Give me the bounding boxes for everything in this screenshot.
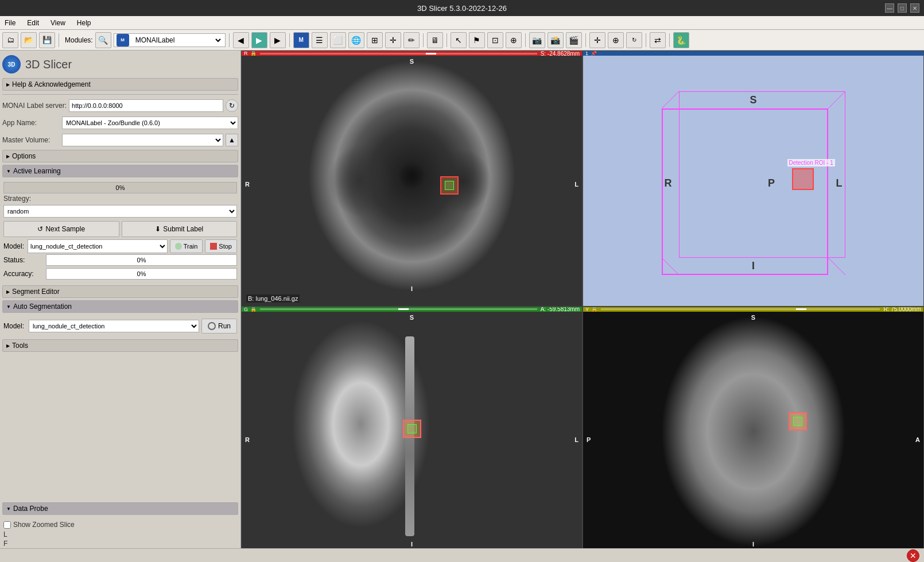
activeLearning-section-header[interactable]: ▼ Active Learning bbox=[2, 165, 238, 177]
dataprobe-section-header[interactable]: ▼ Data Probe bbox=[2, 502, 238, 515]
strategy-label: Strategy: bbox=[3, 195, 61, 203]
menu-help[interactable]: Help bbox=[75, 18, 94, 28]
cross-button[interactable]: ✛ bbox=[385, 32, 401, 48]
monai-icon: M bbox=[117, 34, 129, 46]
coronal-orient-R: R bbox=[245, 436, 250, 443]
viewport-3d[interactable]: 1 📌 S bbox=[583, 51, 924, 307]
viewport-area: R 🔒 S: -24.8628mm S I R L bbox=[241, 51, 924, 562]
transform-button[interactable]: ⊕ bbox=[608, 32, 624, 48]
screenshot2-button[interactable]: 📸 bbox=[548, 32, 564, 48]
rotate-button[interactable]: ↻ bbox=[626, 32, 642, 48]
cube-button[interactable]: ⬜ bbox=[330, 32, 346, 48]
tools-section-header[interactable]: ▶ Tools bbox=[2, 339, 238, 352]
menu-file[interactable]: File bbox=[2, 18, 18, 28]
python-button[interactable]: 🐍 bbox=[673, 32, 689, 48]
save-button[interactable]: 💾 bbox=[39, 32, 55, 48]
strategy-select[interactable]: random bbox=[3, 205, 237, 218]
refresh-button[interactable]: ↻ bbox=[226, 99, 238, 112]
sagittal-roi-marker bbox=[789, 412, 807, 431]
sagittal-orient-P: P bbox=[587, 436, 591, 443]
snap-button[interactable]: ⊕ bbox=[506, 32, 522, 48]
restore-button[interactable]: □ bbox=[898, 3, 907, 13]
cursor-button[interactable]: ↖ bbox=[451, 32, 467, 48]
monitor-button[interactable]: 🖥 bbox=[427, 32, 443, 48]
minimize-button[interactable]: — bbox=[885, 3, 894, 13]
axial-orient-I: I bbox=[411, 285, 413, 292]
viewport-coronal[interactable]: G 🔒 A: -59.5813mm S I R L bbox=[241, 307, 583, 563]
pen-button[interactable]: ✏ bbox=[403, 32, 420, 48]
submit-label-button[interactable]: ⬇ Submit Label bbox=[122, 221, 238, 237]
dcm2-button[interactable]: 📂 bbox=[21, 32, 37, 48]
sample-buttons-row: ↺ Next Sample ⬇ Submit Label bbox=[3, 221, 237, 237]
mastervolume-select[interactable] bbox=[62, 134, 223, 146]
activeLearning-triangle: ▼ bbox=[6, 169, 11, 174]
upload-button[interactable]: ▲ bbox=[226, 134, 238, 146]
list-button[interactable]: ☰ bbox=[312, 32, 328, 48]
sagittal-roi-inner bbox=[793, 417, 802, 426]
help-label: Help & Acknowledgement bbox=[12, 80, 91, 88]
accuracy-row: Accuracy: 0% bbox=[3, 267, 237, 281]
screenshot-button[interactable]: 📷 bbox=[529, 32, 545, 48]
appname-row: App Name: MONAILabel - Zoo/Bundle (0.6.0… bbox=[2, 115, 238, 130]
move-button[interactable]: ✛ bbox=[589, 32, 605, 48]
close-button[interactable]: ✕ bbox=[910, 3, 919, 13]
segmenteditor-section-header[interactable]: ▶ Segment Editor bbox=[2, 285, 238, 298]
video-button[interactable]: 🎬 bbox=[566, 32, 582, 48]
run-button[interactable]: Run bbox=[201, 319, 237, 334]
dcm-button[interactable]: 🗂 bbox=[2, 32, 18, 48]
train-button[interactable]: Train bbox=[170, 239, 203, 253]
options-label: Options bbox=[12, 152, 36, 160]
help-section-header[interactable]: ▶ Help & Acknowledgement bbox=[2, 78, 238, 91]
slicer-logo: 3D bbox=[2, 55, 21, 73]
crosshair-button[interactable]: M bbox=[293, 32, 309, 48]
sagittal-orient-A: A bbox=[915, 436, 920, 443]
model-row: Model: lung_nodule_ct_detection Train St… bbox=[3, 239, 237, 253]
options-section-header[interactable]: ▶ Options bbox=[2, 150, 238, 162]
server-input[interactable] bbox=[69, 99, 223, 112]
strategy-row: Strategy: bbox=[3, 193, 237, 204]
sphere-button[interactable]: 🌐 bbox=[348, 32, 364, 48]
accuracy-text: 0% bbox=[46, 269, 236, 279]
viewport-sagittal[interactable]: Y 🔒 R: 75.0000mm S I P A B: lung bbox=[583, 307, 924, 563]
mastervolume-row: Master Volume: ▲ bbox=[2, 133, 238, 148]
axial-orient-S: S bbox=[410, 58, 414, 65]
autoseg-triangle: ▼ bbox=[6, 304, 11, 309]
3d-label-P: P bbox=[768, 177, 775, 189]
model-select[interactable]: lung_nodule_ct_detection bbox=[28, 239, 168, 253]
coronal-roi-inner bbox=[407, 424, 417, 433]
autoseg-model-select[interactable]: lung_nodule_ct_detection bbox=[29, 320, 199, 332]
coronal-orient-S: S bbox=[410, 314, 414, 321]
next-sample-button[interactable]: ↺ Next Sample bbox=[3, 221, 119, 237]
axial-scrollthumb bbox=[426, 53, 436, 55]
zoomed-slice-checkbox[interactable] bbox=[3, 521, 11, 529]
back-button[interactable]: ◀ bbox=[233, 32, 249, 48]
axial-scrolltrack[interactable] bbox=[260, 53, 537, 55]
autoseg-section-header[interactable]: ▼ Auto Segmentation bbox=[2, 300, 238, 313]
sagittal-scrolltrack[interactable] bbox=[601, 308, 880, 310]
roi-button[interactable]: ⊡ bbox=[487, 32, 503, 48]
coronal-scrolltrack[interactable] bbox=[260, 308, 537, 310]
search-modules-button[interactable]: 🔍 bbox=[95, 32, 111, 48]
progress-container: 0% bbox=[3, 182, 237, 193]
flag-button[interactable]: ⚑ bbox=[469, 32, 485, 48]
zoomed-slice-label: Show Zoomed Slice bbox=[13, 521, 75, 529]
probe-F: F bbox=[3, 539, 237, 548]
axial-ct-overlay bbox=[242, 56, 582, 306]
forward-button[interactable]: ▶ bbox=[251, 32, 267, 48]
close-red-button[interactable]: ✕ bbox=[907, 549, 919, 562]
module-selector[interactable]: MONAILabel bbox=[131, 34, 223, 46]
swap-button[interactable]: ⇄ bbox=[650, 32, 666, 48]
sagittal-orient-S: S bbox=[751, 314, 755, 321]
menu-view[interactable]: View bbox=[48, 18, 68, 28]
stop-button[interactable]: Stop bbox=[205, 239, 237, 253]
grid-button[interactable]: ⊞ bbox=[367, 32, 383, 48]
forward2-button[interactable]: ▶ bbox=[270, 32, 286, 48]
viewport-axial[interactable]: R 🔒 S: -24.8628mm S I R L bbox=[241, 51, 583, 307]
menu-edit[interactable]: Edit bbox=[25, 18, 41, 28]
axial-roi-inner bbox=[445, 181, 454, 190]
bottom-bar: ✕ bbox=[0, 548, 924, 562]
3d-roi-box: Detection ROI - 1 bbox=[792, 168, 814, 190]
stop-icon bbox=[210, 243, 217, 250]
appname-select[interactable]: MONAILabel - Zoo/Bundle (0.6.0) bbox=[62, 117, 238, 129]
options-triangle: ▶ bbox=[6, 154, 10, 159]
